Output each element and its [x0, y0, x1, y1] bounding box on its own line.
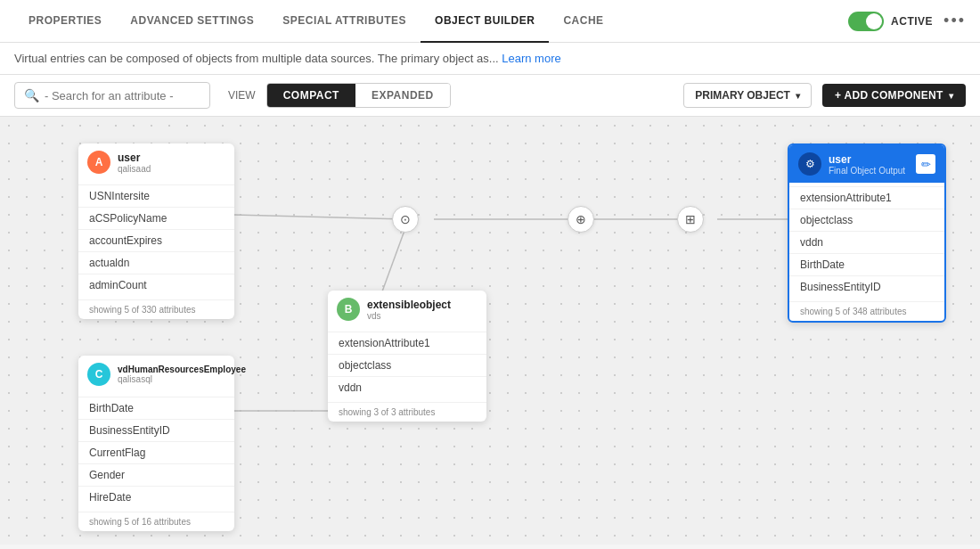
vdhr-card-subtitle: qalisasql: [118, 374, 246, 384]
compact-view-button[interactable]: COMPACT: [267, 84, 355, 107]
connector-join[interactable]: ⊕: [568, 206, 594, 233]
description-bar: Virtual entries can be composed of objec…: [0, 43, 980, 75]
user-card-footer: showing 5 of 330 attributes: [78, 299, 234, 319]
list-item: BusinessEntityID: [78, 419, 234, 441]
view-toggle: COMPACT EXPANDED: [266, 83, 451, 108]
tab-object-builder[interactable]: OBJECT BUILDER: [421, 0, 549, 43]
extensible-card[interactable]: B extensibleobject vds extensionAttribut…: [328, 291, 486, 422]
list-item: Gender: [78, 463, 234, 486]
output-card-header: ⚙ user Final Object Output ✏: [789, 145, 944, 183]
vdhr-card-header: C vdHumanResourcesEmployee qalisasql: [78, 356, 234, 393]
expanded-view-button[interactable]: EXPANDED: [355, 84, 450, 107]
active-toggle[interactable]: [848, 12, 884, 31]
active-toggle-group: ACTIVE: [848, 12, 933, 31]
primary-object-label: PRIMARY OBJECT: [695, 89, 790, 102]
object-builder-canvas: A user qalisaad USNIntersite aCSPolicyNa…: [0, 117, 980, 545]
output-card-footer: showing 5 of 348 attributes: [789, 301, 944, 321]
search-input[interactable]: [45, 89, 200, 102]
toggle-knob: [866, 13, 882, 29]
extensible-card-subtitle: vds: [367, 311, 451, 321]
add-component-label: + ADD COMPONENT: [835, 89, 943, 102]
list-item: BirthDate: [78, 397, 234, 419]
extensible-card-footer: showing 3 of 3 attributes: [328, 402, 486, 422]
list-item: vddn: [328, 376, 486, 398]
tab-advanced-settings[interactable]: ADVANCED SETTINGS: [116, 0, 268, 43]
list-item: objectclass: [789, 209, 944, 231]
vdhr-card-attributes: BirthDate BusinessEntityID CurrentFlag G…: [78, 393, 234, 512]
tab-cache[interactable]: CACHE: [549, 0, 617, 43]
list-item: extensionAttribute1: [328, 332, 486, 354]
search-box[interactable]: 🔍: [14, 82, 210, 109]
list-item: BirthDate: [789, 253, 944, 275]
output-card-title: user: [829, 153, 905, 166]
edit-button[interactable]: ✏: [916, 154, 935, 174]
list-item: CurrentFlag: [78, 441, 234, 463]
more-options-button[interactable]: •••: [943, 12, 966, 30]
toolbar: 🔍 VIEW COMPACT EXPANDED PRIMARY OBJECT ▾…: [0, 75, 980, 117]
connector-grid[interactable]: ⊞: [677, 206, 704, 233]
output-card-subtitle: Final Object Output: [829, 166, 905, 176]
extensible-avatar: B: [337, 298, 360, 321]
tab-special-attributes[interactable]: SPECIAL ATTRIBUTES: [268, 0, 421, 43]
vdhr-card[interactable]: C vdHumanResourcesEmployee qalisasql Bir…: [78, 356, 234, 531]
extensible-card-title: extensibleobject: [367, 299, 451, 311]
user-card-title: user: [118, 152, 151, 164]
vdhr-card-footer: showing 5 of 16 attributes: [78, 512, 234, 531]
user-card-header: A user qalisaad: [78, 143, 234, 181]
list-item: HireDate: [78, 486, 234, 508]
primary-object-button[interactable]: PRIMARY OBJECT ▾: [683, 83, 812, 108]
output-card[interactable]: ⚙ user Final Object Output ✏ extensionAt…: [788, 143, 946, 323]
tab-properties[interactable]: PROPERTIES: [14, 0, 116, 43]
chevron-down-icon: ▾: [949, 91, 953, 101]
extensible-card-header: B extensibleobject vds: [328, 291, 486, 328]
view-label: VIEW: [228, 89, 256, 102]
vdhr-card-title: vdHumanResourcesEmployee: [118, 365, 246, 374]
connector-merge[interactable]: ⊙: [392, 206, 419, 233]
list-item: aCSPolicyName: [78, 207, 234, 229]
user-avatar: A: [87, 151, 110, 174]
user-card[interactable]: A user qalisaad USNIntersite aCSPolicyNa…: [78, 143, 234, 319]
list-item: BusinessEntityID: [789, 275, 944, 298]
list-item: USNIntersite: [78, 184, 234, 207]
active-label: ACTIVE: [891, 15, 933, 28]
search-icon: 🔍: [24, 88, 39, 102]
list-item: objectclass: [328, 354, 486, 376]
top-navigation: PROPERTIES ADVANCED SETTINGS SPECIAL ATT…: [0, 0, 980, 43]
list-item: extensionAttribute1: [789, 186, 944, 209]
list-item: vddn: [789, 231, 944, 253]
output-avatar: ⚙: [798, 152, 821, 176]
list-item: accountExpires: [78, 229, 234, 251]
output-card-attributes: extensionAttribute1 objectclass vddn Bir…: [789, 183, 944, 301]
svg-line-0: [234, 215, 405, 219]
grid-icon: ⊞: [685, 212, 696, 226]
list-item: adminCount: [78, 274, 234, 296]
user-card-attributes: USNIntersite aCSPolicyName accountExpire…: [78, 181, 234, 299]
list-item: actualdn: [78, 251, 234, 274]
learn-more-link[interactable]: Learn more: [502, 52, 560, 65]
description-text: Virtual entries can be composed of objec…: [14, 52, 499, 65]
vdhr-avatar: C: [87, 363, 110, 386]
user-card-subtitle: qalisaad: [118, 164, 151, 174]
add-component-button[interactable]: + ADD COMPONENT ▾: [822, 84, 966, 107]
merge-icon: ⊙: [400, 212, 411, 226]
extensible-card-attributes: extensionAttribute1 objectclass vddn: [328, 328, 486, 402]
chevron-down-icon: ▾: [796, 91, 800, 101]
join-icon: ⊕: [576, 212, 586, 226]
